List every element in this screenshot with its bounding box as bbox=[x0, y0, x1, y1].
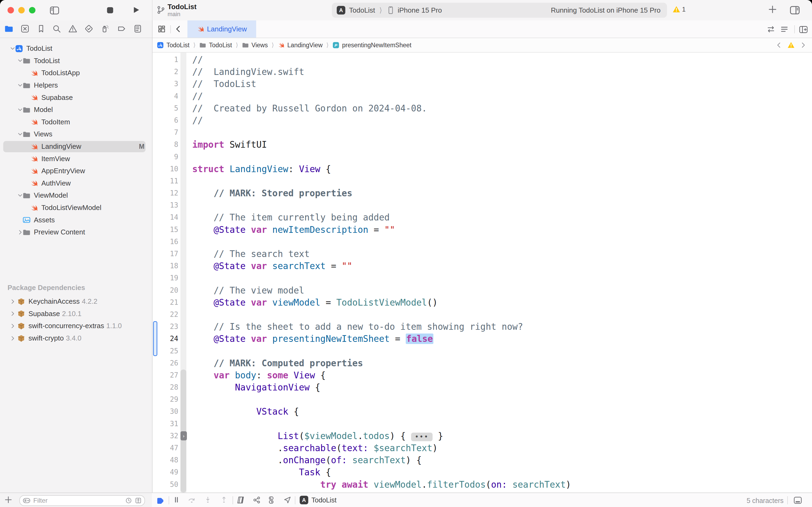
tests-navigator-icon[interactable] bbox=[84, 24, 94, 34]
add-button[interactable] bbox=[768, 5, 777, 14]
line-number[interactable]: 3 bbox=[153, 78, 178, 90]
close-window-button[interactable] bbox=[7, 7, 14, 13]
line-number[interactable]: 10 bbox=[153, 163, 178, 175]
package-item-keychainaccess[interactable]: KeychainAccess4.2.2 bbox=[0, 295, 152, 308]
line-number[interactable]: 19 bbox=[153, 272, 178, 284]
source-editor[interactable]: › 1//2// LandingView.swift3// TodoList4/… bbox=[153, 53, 812, 493]
code-line-20[interactable]: 20 // The view model bbox=[153, 284, 812, 296]
code-line-28[interactable]: 28 NavigationView { bbox=[153, 381, 812, 393]
package-item-swift-concurrency-extras[interactable]: swift-concurrency-extras1.1.0 bbox=[0, 320, 152, 332]
stop-button[interactable] bbox=[106, 6, 114, 14]
toggle-debug-area-icon[interactable] bbox=[793, 496, 802, 505]
breadcrumb-item[interactable]: PpresentingNewItemSheet bbox=[333, 42, 411, 49]
line-number[interactable]: 18 bbox=[153, 260, 178, 272]
tree-item-todolistviewmodel[interactable]: TodoListViewModel bbox=[0, 202, 152, 214]
code-line-48[interactable]: 48 .onChange(of: searchText) { bbox=[153, 454, 812, 466]
next-issue-icon[interactable] bbox=[800, 42, 807, 49]
tab-overview-icon[interactable] bbox=[157, 25, 166, 33]
go-back-icon[interactable] bbox=[174, 25, 183, 33]
line-number[interactable]: 16 bbox=[153, 236, 178, 248]
tree-item-todolistapp[interactable]: TodoListApp bbox=[0, 67, 152, 79]
code-line-51[interactable]: 51 } bbox=[153, 491, 812, 493]
scm-status-filter-icon[interactable] bbox=[135, 497, 142, 504]
disclosure-right-icon[interactable] bbox=[10, 311, 15, 317]
split-editor-icon[interactable] bbox=[799, 25, 808, 35]
code-line-18[interactable]: 18 @State var searchText = "" bbox=[153, 260, 812, 272]
line-number[interactable]: 26 bbox=[153, 357, 178, 369]
code-line-32[interactable]: 32 List($viewModel.todos) { ••• } bbox=[153, 430, 812, 442]
code-line-14[interactable]: 14 // The item currently being added bbox=[153, 211, 812, 223]
previous-issue-icon[interactable] bbox=[775, 42, 782, 49]
tree-item-viewmodel[interactable]: ViewModel bbox=[0, 189, 152, 202]
scheme-title-block[interactable]: TodoList main bbox=[168, 3, 196, 18]
line-number[interactable]: 24 bbox=[153, 333, 178, 345]
line-number[interactable]: 50 bbox=[153, 478, 178, 491]
code-line-21[interactable]: 21 @State var viewModel = TodoListViewMo… bbox=[153, 296, 812, 308]
issue-warning-icon[interactable] bbox=[787, 41, 795, 49]
code-line-11[interactable]: 11 bbox=[153, 175, 812, 187]
step-into-icon[interactable] bbox=[204, 496, 213, 505]
line-number[interactable]: 51 bbox=[153, 491, 178, 493]
code-line-30[interactable]: 30 VStack { bbox=[153, 405, 812, 417]
status-device[interactable]: iPhone 15 Pro bbox=[398, 6, 442, 14]
disclosure-right-icon[interactable] bbox=[10, 323, 15, 329]
step-over-icon[interactable] bbox=[187, 496, 196, 505]
line-number[interactable]: 6 bbox=[153, 114, 178, 126]
recent-files-icon[interactable] bbox=[125, 497, 132, 504]
disclosure-down-icon[interactable] bbox=[17, 82, 23, 88]
code-line-7[interactable]: 7 bbox=[153, 126, 812, 138]
folded-code-ellipsis[interactable]: ••• bbox=[411, 433, 432, 441]
tree-item-preview-content[interactable]: Preview Content bbox=[0, 226, 152, 238]
code-line-4[interactable]: 4// bbox=[153, 90, 812, 102]
tree-item-model[interactable]: Model bbox=[0, 104, 152, 116]
fold-marker[interactable]: › bbox=[180, 431, 187, 440]
filter-field[interactable]: Filter bbox=[19, 495, 145, 506]
activity-status-bar[interactable]: A TodoList ⟩ iPhone 15 Pro Running TodoL… bbox=[332, 3, 667, 18]
tree-item-itemview[interactable]: ItemView bbox=[0, 153, 152, 165]
disclosure-right-icon[interactable] bbox=[10, 335, 15, 341]
disclosure-right-icon[interactable] bbox=[10, 299, 15, 304]
status-project[interactable]: TodoList bbox=[349, 6, 375, 14]
reports-navigator-icon[interactable] bbox=[133, 24, 143, 34]
add-file-button[interactable] bbox=[4, 496, 13, 505]
line-number[interactable]: 23 bbox=[153, 321, 178, 333]
bookmarks-navigator-icon[interactable] bbox=[37, 24, 46, 34]
line-number[interactable]: 15 bbox=[153, 224, 178, 236]
code-line-1[interactable]: 1// bbox=[153, 54, 812, 66]
toggle-right-sidebar-icon[interactable] bbox=[790, 5, 800, 15]
code-line-49[interactable]: 49 Task { bbox=[153, 466, 812, 478]
code-line-3[interactable]: 3// TodoList bbox=[153, 78, 812, 90]
line-number[interactable]: 47 bbox=[153, 442, 178, 454]
issues-navigator-icon[interactable] bbox=[68, 24, 78, 34]
minimize-window-button[interactable] bbox=[18, 7, 25, 13]
tree-item-landingview[interactable]: LandingViewM bbox=[0, 140, 152, 153]
tree-item-todolist[interactable]: TodoList bbox=[0, 43, 152, 55]
simulate-location-icon[interactable] bbox=[283, 496, 292, 505]
line-number[interactable]: 48 bbox=[153, 454, 178, 466]
code-line-10[interactable]: 10struct LandingView: View { bbox=[153, 163, 812, 175]
toggle-left-sidebar-icon[interactable] bbox=[49, 5, 60, 15]
line-number[interactable]: 28 bbox=[153, 381, 178, 393]
line-number[interactable]: 30 bbox=[153, 405, 178, 417]
disclosure-down-icon[interactable] bbox=[17, 192, 23, 199]
tree-item-authview[interactable]: AuthView bbox=[0, 177, 152, 189]
breadcrumb-item[interactable]: Views bbox=[242, 42, 268, 49]
code-line-16[interactable]: 16 bbox=[153, 236, 812, 248]
disclosure-down-icon[interactable] bbox=[17, 131, 23, 137]
code-line-6[interactable]: 6// bbox=[153, 114, 812, 126]
code-line-15[interactable]: 15 @State var newItemDescription = "" bbox=[153, 224, 812, 236]
zoom-window-button[interactable] bbox=[29, 7, 36, 13]
line-number[interactable]: 29 bbox=[153, 393, 178, 405]
breakpoints-toggle[interactable] bbox=[156, 497, 165, 506]
code-review-icon[interactable] bbox=[766, 25, 775, 34]
line-number[interactable]: 25 bbox=[153, 345, 178, 357]
disclosure-right-icon[interactable] bbox=[17, 229, 23, 235]
code-line-24[interactable]: 24 @State var presentingNewItemSheet = f… bbox=[153, 333, 812, 345]
disclosure-down-icon[interactable] bbox=[17, 107, 23, 113]
tab-landingview[interactable]: LandingView bbox=[187, 20, 256, 38]
line-number[interactable]: 13 bbox=[153, 199, 178, 211]
code-line-17[interactable]: 17 // The search text bbox=[153, 248, 812, 260]
line-number[interactable]: 14 bbox=[153, 211, 178, 223]
warning-count-button[interactable]: 1 bbox=[673, 5, 686, 13]
code-line-29[interactable]: 29 bbox=[153, 393, 812, 405]
